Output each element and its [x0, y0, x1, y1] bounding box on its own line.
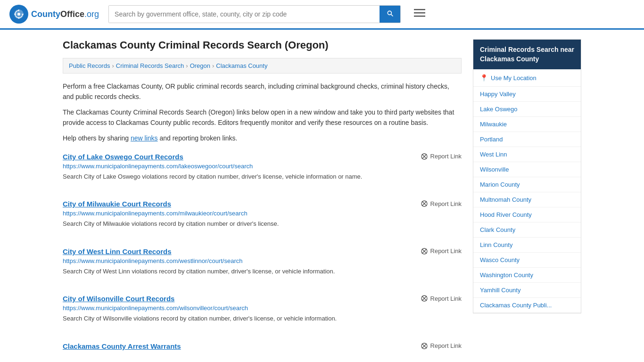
breadcrumb-sep-2: › [186, 62, 188, 69]
report-link-button[interactable]: Report Link [421, 247, 462, 255]
links-info: The Clackamas County Criminal Records Se… [63, 107, 462, 128]
result-item: City of Milwaukie Court Records Report L… [63, 200, 462, 236]
result-title[interactable]: City of Wilsonville Court Records [63, 295, 174, 303]
sidebar: Criminal Records Search near Clackamas C… [473, 39, 581, 362]
sidebar-link-item[interactable]: Hood River County [473, 207, 581, 222]
result-title-row: City of Lake Oswego Court Records Report… [63, 153, 462, 161]
result-title-row: Clackamas County Arrest Warrants Report … [63, 342, 462, 350]
result-title[interactable]: City of Milwaukie Court Records [63, 200, 171, 208]
result-url[interactable]: https://www.municipalonlinepayments.com/… [63, 304, 462, 312]
result-url[interactable]: https://www.municipalonlinepayments.com/… [63, 163, 462, 170]
breadcrumb-oregon[interactable]: Oregon [190, 62, 210, 69]
svg-point-1 [17, 13, 20, 16]
svg-rect-4 [414, 16, 425, 17]
report-link-button[interactable]: Report Link [421, 200, 462, 207]
breadcrumb-clackamas[interactable]: Clackamas County [216, 62, 267, 69]
sidebar-link-item[interactable]: Happy Valley [473, 87, 581, 102]
search-input[interactable] [109, 6, 380, 23]
sidebar-title: Criminal Records Search near Clackamas C… [473, 40, 581, 69]
hamburger-icon[interactable] [414, 7, 425, 21]
result-title-row: City of West Linn Court Records Report L… [63, 247, 462, 255]
new-links-link[interactable]: new links [131, 134, 158, 142]
sidebar-link-item[interactable]: Portland [473, 132, 581, 147]
result-item: City of West Linn Court Records Report L… [63, 247, 462, 284]
result-item: City of Lake Oswego Court Records Report… [63, 153, 462, 189]
search-button[interactable] [380, 6, 400, 23]
sidebar-link-item[interactable]: Washington County [473, 268, 581, 283]
report-link-button[interactable]: Report Link [421, 342, 462, 350]
site-logo[interactable]: CountyOffice.org [9, 5, 99, 24]
sidebar-link-item[interactable]: Linn County [473, 238, 581, 253]
location-pin-icon: 📍 [480, 74, 488, 82]
logo-text: CountyOffice.org [31, 9, 99, 19]
result-url[interactable]: https://www.municipalonlinepayments.com/… [63, 210, 462, 217]
page-title: Clackamas County Criminal Records Search… [63, 39, 462, 51]
sidebar-link-item[interactable]: Wilsonville [473, 162, 581, 177]
result-item: Clackamas County Arrest Warrants Report … [63, 342, 462, 360]
sidebar-link-item[interactable]: Milwaukie [473, 117, 581, 132]
share-before: Help others by sharing [63, 134, 131, 142]
results-list: City of Lake Oswego Court Records Report… [63, 153, 462, 360]
share-after: and reporting broken links. [158, 134, 238, 142]
result-url[interactable]: https://www.municipalonlinepayments.com/… [63, 257, 462, 264]
result-title[interactable]: Clackamas County Arrest Warrants [63, 342, 181, 350]
use-my-location[interactable]: 📍 Use My Location [473, 69, 581, 87]
result-title-row: City of Milwaukie Court Records Report L… [63, 200, 462, 208]
result-desc: Search City of Milwaukie violations reco… [63, 219, 462, 229]
breadcrumb-criminal-records[interactable]: Criminal Records Search [116, 62, 184, 69]
intro-text: Perform a free Clackamas County, OR publ… [63, 81, 462, 102]
report-link-button[interactable]: Report Link [421, 295, 462, 302]
use-location-label: Use My Location [491, 74, 537, 82]
sidebar-link-item[interactable]: Yamhill County [473, 283, 581, 298]
result-desc: Search City of Wilsonville violations re… [63, 314, 462, 323]
result-title[interactable]: City of West Linn Court Records [63, 247, 172, 255]
breadcrumb-sep-3: › [212, 62, 214, 69]
logo-icon [9, 5, 28, 24]
svg-rect-2 [414, 9, 425, 10]
sidebar-link-item[interactable]: Wasco County [473, 253, 581, 268]
breadcrumb-public-records[interactable]: Public Records [69, 62, 110, 69]
sidebar-link-item[interactable]: Marion County [473, 177, 581, 192]
result-title-row: City of Wilsonville Court Records Report… [63, 295, 462, 303]
sidebar-link-item[interactable]: Clackamas County Publi... [473, 298, 581, 313]
svg-rect-3 [414, 12, 425, 14]
sidebar-links: Happy ValleyLake OswegoMilwaukiePortland… [473, 87, 581, 313]
result-item: City of Wilsonville Court Records Report… [63, 295, 462, 331]
breadcrumb-sep-1: › [112, 62, 114, 69]
sidebar-link-item[interactable]: West Linn [473, 147, 581, 162]
content-area: Clackamas County Criminal Records Search… [63, 39, 462, 362]
sidebar-link-item[interactable]: Clark County [473, 222, 581, 238]
search-bar [108, 5, 401, 23]
report-link-button[interactable]: Report Link [421, 153, 462, 160]
breadcrumb: Public Records › Criminal Records Search… [63, 58, 462, 74]
sidebar-box: Criminal Records Search near Clackamas C… [473, 39, 581, 313]
sidebar-link-item[interactable]: Lake Oswego [473, 102, 581, 117]
site-header: CountyOffice.org [0, 0, 644, 30]
result-desc: Search City of Lake Oswego violations re… [63, 172, 462, 181]
result-title[interactable]: City of Lake Oswego Court Records [63, 153, 183, 161]
result-desc: Search City of West Linn violations reco… [63, 267, 462, 276]
sidebar-link-item[interactable]: Multnomah County [473, 192, 581, 207]
share-text: Help others by sharing new links and rep… [63, 133, 462, 143]
main-wrapper: Clackamas County Criminal Records Search… [53, 30, 591, 362]
